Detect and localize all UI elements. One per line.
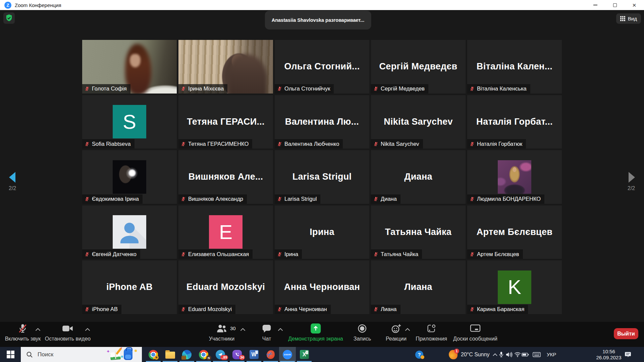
participant-name-label: Анна Черноиван <box>275 305 331 314</box>
toolbar-button-label: Запись <box>354 336 371 342</box>
minimize-button[interactable] <box>586 0 605 10</box>
taskbar-app-word[interactable]: W <box>246 347 262 362</box>
participant-name-label: Nikita Sarychev <box>371 139 423 148</box>
participant-tile[interactable]: Eduard MozolskyiEduard Mozolskyi <box>178 260 273 314</box>
toolbar-caret-button[interactable] <box>278 326 283 333</box>
prev-page-arrow[interactable] <box>9 172 15 183</box>
participant-tile[interactable]: Артем БєлєвцевАртем Бєлєвцев <box>467 205 562 259</box>
participant-tile[interactable]: Голота Софія <box>82 40 177 94</box>
participant-tile[interactable]: Ірина Міхєєва <box>178 40 273 94</box>
toolbar-share-screen-button[interactable]: Демонстрация экрана <box>288 322 343 342</box>
muted-mic-icon <box>470 86 475 91</box>
participant-tile[interactable]: EЕлизавета Ольшанская <box>178 205 273 259</box>
tray-language[interactable]: УКР <box>547 347 556 362</box>
tray-date: 26.09.2023 <box>596 355 621 361</box>
taskbar-app-viber[interactable]: 34 <box>229 347 246 362</box>
participant-tile[interactable]: SSofia Riabtseva <box>82 95 177 149</box>
participant-tile[interactable]: Вишняков Але...Вишняков Александр <box>178 150 273 204</box>
participant-tile[interactable]: KКарина Баранская <box>467 260 562 314</box>
participant-tile[interactable]: Татьяна ЧайкаТатьяна Чайка <box>371 205 466 259</box>
wifi-icon <box>514 352 521 357</box>
muted-mic-icon <box>85 86 90 91</box>
excel-icon: X <box>300 350 309 359</box>
leave-button[interactable]: Выйти <box>614 328 638 339</box>
participant-name-label: Ірина <box>275 249 302 259</box>
toolbar-whiteboard-button[interactable]: Доски сообщений <box>453 322 497 342</box>
taskbar-app-edge[interactable] <box>178 347 195 362</box>
close-icon: ✕ <box>632 3 637 8</box>
participant-tile[interactable]: Євдокимова Ірина <box>82 150 177 204</box>
maximize-button[interactable] <box>605 0 625 10</box>
toolbar-reactions-button[interactable]: Реакции <box>386 322 407 342</box>
participant-tile[interactable]: Larisa StrigulLarisa Strigul <box>275 150 369 204</box>
view-button[interactable]: Вид <box>616 13 641 24</box>
participant-name-label: Голота Софія <box>82 84 130 94</box>
participant-tile[interactable]: iPhone ABiPhone AB <box>82 260 177 314</box>
muted-mic-icon <box>277 141 282 146</box>
tray-battery[interactable] <box>522 347 529 362</box>
participant-tile[interactable]: Валентина Лю...Валентина Любченко <box>275 95 369 149</box>
participant-tile[interactable]: Анна ЧерноиванАнна Черноиван <box>275 260 369 314</box>
security-shield-button[interactable] <box>3 12 15 24</box>
participant-tile[interactable]: Тетяна ГЕРАСИ...Тетяна ГЕРАСИМЕНКО <box>178 95 273 149</box>
chat-icon <box>262 324 272 333</box>
muted-mic-icon <box>277 196 282 201</box>
hidden-icons-button[interactable] <box>492 347 498 362</box>
taskbar-weather[interactable]: 1 <box>449 347 458 362</box>
toolbar-caret-button[interactable] <box>240 326 246 333</box>
participant-tile[interactable]: ІринаІрина <box>275 205 369 259</box>
chevron-up-icon <box>278 328 283 331</box>
participant-tile[interactable]: Сергій МедведєвСергій Медведев <box>371 40 466 94</box>
taskbar-app-zoom[interactable]: zoom <box>279 347 296 362</box>
tray-volume[interactable] <box>505 347 513 362</box>
taskbar-app-explorer[interactable] <box>162 347 178 362</box>
taskbar-app-chrome-n[interactable]: N <box>195 347 212 362</box>
toolbar-apps-button[interactable]: Приложения <box>416 322 447 342</box>
grid-view-icon <box>620 16 625 21</box>
tray-keyboard[interactable] <box>533 347 541 362</box>
notification-center-button[interactable] <box>625 347 631 362</box>
participant-name: Артем Бєлєвцев <box>477 251 519 257</box>
participant-tile[interactable]: Наталія Горбат...Наталія Горбатюк <box>467 95 562 149</box>
taskbar-app-snip[interactable]: ✂ <box>262 347 279 362</box>
taskbar-app-telegram[interactable]: ..89 <box>212 347 229 362</box>
tray-network[interactable] <box>514 347 521 362</box>
participant-tile[interactable]: Віталіна Кален...Віталіна Каленська <box>467 40 562 94</box>
weather-badge: 1 <box>454 349 459 354</box>
taskbar-search[interactable]: Поиск ✦ <box>21 347 142 362</box>
close-button[interactable]: ✕ <box>625 0 644 10</box>
avatar-letter: S <box>113 105 146 138</box>
taskbar-help-app[interactable]: ? <box>415 347 423 362</box>
toolbar-chat-button[interactable]: Чат <box>262 322 272 342</box>
person-avatar-icon <box>113 215 146 249</box>
participant-tile[interactable]: Ольга Стогний...Ольга Стогнийчук <box>275 40 369 94</box>
toolbar-caret-button[interactable] <box>85 326 90 333</box>
taskbar-weather-text[interactable]: 20°C Sunny <box>461 347 490 362</box>
participant-name-label: Лиана <box>371 305 400 314</box>
participant-tile[interactable]: Людмила БОНДАРЕНКО <box>467 150 562 204</box>
record-icon <box>357 323 367 334</box>
toolbar-camera-button[interactable]: Остановить видео <box>45 322 91 342</box>
avatar-photo <box>498 160 531 194</box>
toolbar-caret-button[interactable] <box>35 326 41 333</box>
muted-mic-icon <box>277 86 282 91</box>
taskbar-app-chrome[interactable] <box>145 347 162 362</box>
toolbar-participants-button[interactable]: Участники <box>209 322 234 342</box>
participant-tile[interactable]: Євгеній Датченко <box>82 205 177 259</box>
toolbar-caret-button[interactable] <box>405 326 410 333</box>
taskbar-app-excel[interactable]: X <box>296 347 313 362</box>
participant-tile[interactable]: ДианаДиана <box>371 150 466 204</box>
next-page-arrow[interactable] <box>629 172 635 183</box>
participant-tile[interactable]: Nikita SarychevNikita Sarychev <box>371 95 466 149</box>
participant-name: Тетяна ГЕРАСИМЕНКО <box>188 141 249 147</box>
participants-icon <box>216 323 227 334</box>
participant-tile[interactable]: ЛианаЛиана <box>371 260 466 314</box>
whiteboard-icon <box>470 324 481 333</box>
participant-name: Віталіна Каленська <box>477 85 527 92</box>
tray-clock[interactable]: 10:5626.09.2023 <box>590 347 627 362</box>
start-button[interactable] <box>7 351 14 358</box>
camera-icon <box>62 324 73 333</box>
tray-mic[interactable] <box>499 347 504 362</box>
toolbar-record-button[interactable]: Запись <box>354 322 371 342</box>
backpack-icon <box>124 349 132 360</box>
